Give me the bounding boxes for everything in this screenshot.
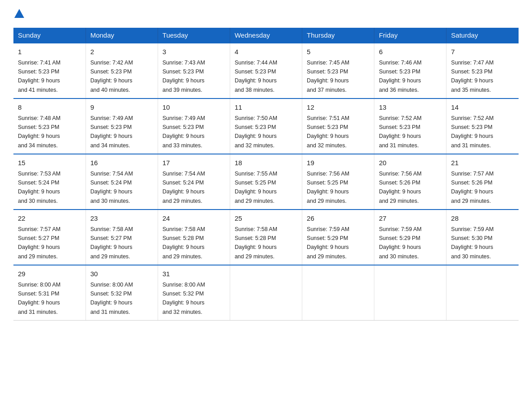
- col-header-tuesday: Tuesday: [158, 28, 230, 43]
- col-header-wednesday: Wednesday: [230, 28, 302, 43]
- calendar-cell: 7 Sunrise: 7:47 AMSunset: 5:23 PMDayligh…: [446, 43, 519, 98]
- calendar-cell: 17 Sunrise: 7:54 AMSunset: 5:24 PMDaylig…: [158, 154, 230, 210]
- day-info: Sunrise: 7:58 AMSunset: 5:27 PMDaylight:…: [90, 226, 133, 260]
- day-info: Sunrise: 7:59 AMSunset: 5:30 PMDaylight:…: [451, 226, 493, 260]
- day-number: 21: [451, 158, 514, 168]
- calendar-cell: 1 Sunrise: 7:41 AMSunset: 5:23 PMDayligh…: [13, 43, 86, 98]
- calendar-cell: 15 Sunrise: 7:53 AMSunset: 5:24 PMDaylig…: [13, 154, 86, 210]
- calendar-cell: 29 Sunrise: 8:00 AMSunset: 5:31 PMDaylig…: [13, 265, 86, 321]
- day-info: Sunrise: 7:53 AMSunset: 5:24 PMDaylight:…: [18, 171, 60, 204]
- calendar-header-row: SundayMondayTuesdayWednesdayThursdayFrid…: [13, 28, 519, 43]
- day-number: 22: [18, 214, 81, 224]
- day-info: Sunrise: 7:51 AMSunset: 5:23 PMDaylight:…: [307, 115, 349, 149]
- calendar-cell: 9 Sunrise: 7:49 AMSunset: 5:23 PMDayligh…: [86, 98, 158, 154]
- logo: [13, 9, 24, 19]
- day-number: 23: [90, 214, 153, 224]
- day-info: Sunrise: 7:47 AMSunset: 5:23 PMDaylight:…: [451, 60, 493, 93]
- day-info: Sunrise: 7:55 AMSunset: 5:25 PMDaylight:…: [235, 171, 277, 204]
- day-info: Sunrise: 7:52 AMSunset: 5:23 PMDaylight:…: [451, 115, 493, 149]
- day-number: 30: [90, 269, 153, 279]
- calendar-cell: 28 Sunrise: 7:59 AMSunset: 5:30 PMDaylig…: [446, 210, 519, 265]
- day-number: 9: [90, 103, 153, 113]
- calendar-cell: 5 Sunrise: 7:45 AMSunset: 5:23 PMDayligh…: [302, 43, 374, 98]
- calendar-week-4: 22 Sunrise: 7:57 AMSunset: 5:27 PMDaylig…: [13, 210, 519, 265]
- calendar-week-2: 8 Sunrise: 7:48 AMSunset: 5:23 PMDayligh…: [13, 98, 519, 154]
- calendar-cell: 24 Sunrise: 7:58 AMSunset: 5:28 PMDaylig…: [158, 210, 230, 265]
- day-info: Sunrise: 7:52 AMSunset: 5:23 PMDaylight:…: [379, 115, 421, 149]
- day-info: Sunrise: 7:54 AMSunset: 5:24 PMDaylight:…: [163, 171, 205, 204]
- logo-triangle-icon: [14, 9, 24, 20]
- calendar-cell: 6 Sunrise: 7:46 AMSunset: 5:23 PMDayligh…: [374, 43, 446, 98]
- calendar-cell: 3 Sunrise: 7:43 AMSunset: 5:23 PMDayligh…: [158, 43, 230, 98]
- col-header-sunday: Sunday: [13, 28, 86, 43]
- day-number: 10: [163, 103, 225, 113]
- day-info: Sunrise: 8:00 AMSunset: 5:32 PMDaylight:…: [163, 282, 205, 315]
- col-header-thursday: Thursday: [302, 28, 374, 43]
- day-number: 13: [379, 103, 442, 113]
- day-number: 17: [163, 158, 225, 168]
- calendar-cell: 2 Sunrise: 7:42 AMSunset: 5:23 PMDayligh…: [86, 43, 158, 98]
- calendar-cell: [374, 265, 446, 321]
- svg-marker-0: [14, 9, 24, 18]
- calendar-week-5: 29 Sunrise: 8:00 AMSunset: 5:31 PMDaylig…: [13, 265, 519, 321]
- calendar-cell: [446, 265, 519, 321]
- calendar-cell: 21 Sunrise: 7:57 AMSunset: 5:26 PMDaylig…: [446, 154, 519, 210]
- day-number: 15: [18, 158, 81, 168]
- day-number: 25: [235, 214, 297, 224]
- col-header-monday: Monday: [86, 28, 158, 43]
- day-number: 7: [451, 47, 514, 57]
- calendar-cell: 22 Sunrise: 7:57 AMSunset: 5:27 PMDaylig…: [13, 210, 86, 265]
- calendar-cell: 25 Sunrise: 7:58 AMSunset: 5:28 PMDaylig…: [230, 210, 302, 265]
- calendar-cell: 10 Sunrise: 7:49 AMSunset: 5:23 PMDaylig…: [158, 98, 230, 154]
- day-number: 26: [307, 214, 369, 224]
- calendar-week-1: 1 Sunrise: 7:41 AMSunset: 5:23 PMDayligh…: [13, 43, 519, 98]
- calendar-cell: 20 Sunrise: 7:56 AMSunset: 5:26 PMDaylig…: [374, 154, 446, 210]
- day-number: 4: [235, 47, 297, 57]
- calendar-cell: [230, 265, 302, 321]
- day-info: Sunrise: 7:59 AMSunset: 5:29 PMDaylight:…: [307, 226, 349, 260]
- day-number: 2: [90, 47, 153, 57]
- day-number: 14: [451, 103, 514, 113]
- day-info: Sunrise: 7:43 AMSunset: 5:23 PMDaylight:…: [163, 60, 205, 93]
- calendar-cell: 13 Sunrise: 7:52 AMSunset: 5:23 PMDaylig…: [374, 98, 446, 154]
- day-number: 6: [379, 47, 442, 57]
- calendar-table: SundayMondayTuesdayWednesdayThursdayFrid…: [13, 28, 519, 321]
- day-info: Sunrise: 7:56 AMSunset: 5:26 PMDaylight:…: [379, 171, 421, 204]
- calendar-cell: [302, 265, 374, 321]
- day-info: Sunrise: 7:48 AMSunset: 5:23 PMDaylight:…: [18, 115, 60, 149]
- page-header: [13, 9, 519, 19]
- day-info: Sunrise: 7:54 AMSunset: 5:24 PMDaylight:…: [90, 171, 133, 204]
- day-info: Sunrise: 7:45 AMSunset: 5:23 PMDaylight:…: [307, 60, 349, 93]
- calendar-cell: 31 Sunrise: 8:00 AMSunset: 5:32 PMDaylig…: [158, 265, 230, 321]
- calendar-cell: 12 Sunrise: 7:51 AMSunset: 5:23 PMDaylig…: [302, 98, 374, 154]
- day-info: Sunrise: 7:57 AMSunset: 5:27 PMDaylight:…: [18, 226, 60, 260]
- calendar-week-3: 15 Sunrise: 7:53 AMSunset: 5:24 PMDaylig…: [13, 154, 519, 210]
- calendar-cell: 8 Sunrise: 7:48 AMSunset: 5:23 PMDayligh…: [13, 98, 86, 154]
- day-info: Sunrise: 8:00 AMSunset: 5:31 PMDaylight:…: [18, 282, 60, 315]
- calendar-cell: 23 Sunrise: 7:58 AMSunset: 5:27 PMDaylig…: [86, 210, 158, 265]
- day-info: Sunrise: 7:42 AMSunset: 5:23 PMDaylight:…: [90, 60, 133, 93]
- day-number: 24: [163, 214, 225, 224]
- day-number: 27: [379, 214, 442, 224]
- day-number: 8: [18, 103, 81, 113]
- day-number: 18: [235, 158, 297, 168]
- day-number: 20: [379, 158, 442, 168]
- day-info: Sunrise: 7:57 AMSunset: 5:26 PMDaylight:…: [451, 171, 493, 204]
- calendar-cell: 26 Sunrise: 7:59 AMSunset: 5:29 PMDaylig…: [302, 210, 374, 265]
- day-info: Sunrise: 7:58 AMSunset: 5:28 PMDaylight:…: [163, 226, 205, 260]
- calendar-cell: 4 Sunrise: 7:44 AMSunset: 5:23 PMDayligh…: [230, 43, 302, 98]
- day-number: 16: [90, 158, 153, 168]
- day-number: 11: [235, 103, 297, 113]
- calendar-cell: 18 Sunrise: 7:55 AMSunset: 5:25 PMDaylig…: [230, 154, 302, 210]
- day-info: Sunrise: 7:50 AMSunset: 5:23 PMDaylight:…: [235, 115, 277, 149]
- calendar-cell: 19 Sunrise: 7:56 AMSunset: 5:25 PMDaylig…: [302, 154, 374, 210]
- calendar-cell: 27 Sunrise: 7:59 AMSunset: 5:29 PMDaylig…: [374, 210, 446, 265]
- day-info: Sunrise: 7:49 AMSunset: 5:23 PMDaylight:…: [163, 115, 205, 149]
- day-info: Sunrise: 7:58 AMSunset: 5:28 PMDaylight:…: [235, 226, 277, 260]
- day-number: 5: [307, 47, 369, 57]
- calendar-body: 1 Sunrise: 7:41 AMSunset: 5:23 PMDayligh…: [13, 43, 519, 321]
- day-number: 1: [18, 47, 81, 57]
- day-number: 19: [307, 158, 369, 168]
- day-info: Sunrise: 7:41 AMSunset: 5:23 PMDaylight:…: [18, 60, 60, 93]
- calendar-cell: 16 Sunrise: 7:54 AMSunset: 5:24 PMDaylig…: [86, 154, 158, 210]
